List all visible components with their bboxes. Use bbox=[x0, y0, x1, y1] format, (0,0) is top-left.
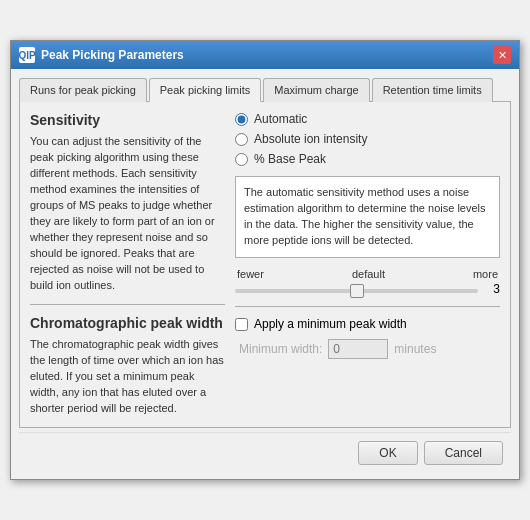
button-bar: OK Cancel bbox=[19, 432, 511, 471]
slider-container: 3 bbox=[235, 282, 500, 296]
min-width-input[interactable] bbox=[328, 339, 388, 359]
slider-label-more: more bbox=[473, 268, 498, 280]
title-bar: QIP Peak Picking Parameters ✕ bbox=[11, 41, 519, 69]
sensitivity-info-box: The automatic sensitivity method uses a … bbox=[235, 176, 500, 258]
cancel-button[interactable]: Cancel bbox=[424, 441, 503, 465]
tab-maximum-charge[interactable]: Maximum charge bbox=[263, 78, 369, 102]
radio-base-peak-label: % Base Peak bbox=[254, 152, 326, 166]
sensitivity-description: You can adjust the sensitivity of the pe… bbox=[30, 134, 225, 293]
chromatographic-description: The chromatographic peak width gives the… bbox=[30, 337, 225, 417]
main-window: QIP Peak Picking Parameters ✕ Runs for p… bbox=[10, 40, 520, 479]
app-icon: QIP bbox=[19, 47, 35, 63]
sensitivity-info-text: The automatic sensitivity method uses a … bbox=[244, 186, 486, 246]
radio-absolute-label: Absolute ion intensity bbox=[254, 132, 367, 146]
radio-base-peak-input[interactable] bbox=[235, 153, 248, 166]
min-width-row: Minimum width: minutes bbox=[235, 339, 500, 359]
chromatographic-section: Chromatographic peak width The chromatog… bbox=[30, 315, 225, 417]
slider-label-default: default bbox=[352, 268, 385, 280]
tab-peak-picking-limits[interactable]: Peak picking limits bbox=[149, 78, 261, 102]
left-panel: Sensitivity You can adjust the sensitivi… bbox=[30, 112, 225, 416]
sensitivity-slider[interactable] bbox=[235, 289, 478, 293]
slider-labels: fewer default more bbox=[235, 268, 500, 280]
radio-absolute-input[interactable] bbox=[235, 133, 248, 146]
radio-automatic[interactable]: Automatic bbox=[235, 112, 500, 126]
tab-runs[interactable]: Runs for peak picking bbox=[19, 78, 147, 102]
close-button[interactable]: ✕ bbox=[493, 46, 511, 64]
min-width-unit: minutes bbox=[394, 342, 436, 356]
divider-1 bbox=[30, 304, 225, 305]
ok-button[interactable]: OK bbox=[358, 441, 417, 465]
radio-automatic-label: Automatic bbox=[254, 112, 307, 126]
title-bar-left: QIP Peak Picking Parameters bbox=[19, 47, 184, 63]
radio-automatic-input[interactable] bbox=[235, 113, 248, 126]
slider-current-value: 3 bbox=[484, 282, 500, 296]
content-inner: Sensitivity You can adjust the sensitivi… bbox=[30, 112, 500, 416]
sensitivity-title: Sensitivity bbox=[30, 112, 225, 128]
apply-min-peak-width-checkbox[interactable] bbox=[235, 318, 248, 331]
tab-bar: Runs for peak picking Peak picking limit… bbox=[19, 77, 511, 102]
divider-2 bbox=[235, 306, 500, 307]
window-body: Runs for peak picking Peak picking limit… bbox=[11, 69, 519, 478]
tab-content: Sensitivity You can adjust the sensitivi… bbox=[19, 102, 511, 427]
min-width-label: Minimum width: bbox=[239, 342, 322, 356]
slider-wrap bbox=[235, 282, 478, 296]
chromatographic-title: Chromatographic peak width bbox=[30, 315, 225, 331]
apply-min-peak-width-label: Apply a minimum peak width bbox=[254, 317, 407, 331]
slider-label-fewer: fewer bbox=[237, 268, 264, 280]
window-title: Peak Picking Parameters bbox=[41, 48, 184, 62]
radio-base-peak[interactable]: % Base Peak bbox=[235, 152, 500, 166]
radio-absolute[interactable]: Absolute ion intensity bbox=[235, 132, 500, 146]
right-panel: Automatic Absolute ion intensity % Base … bbox=[235, 112, 500, 416]
apply-min-peak-width-row: Apply a minimum peak width bbox=[235, 317, 500, 331]
sensitivity-radio-group: Automatic Absolute ion intensity % Base … bbox=[235, 112, 500, 166]
tab-retention-time[interactable]: Retention time limits bbox=[372, 78, 493, 102]
